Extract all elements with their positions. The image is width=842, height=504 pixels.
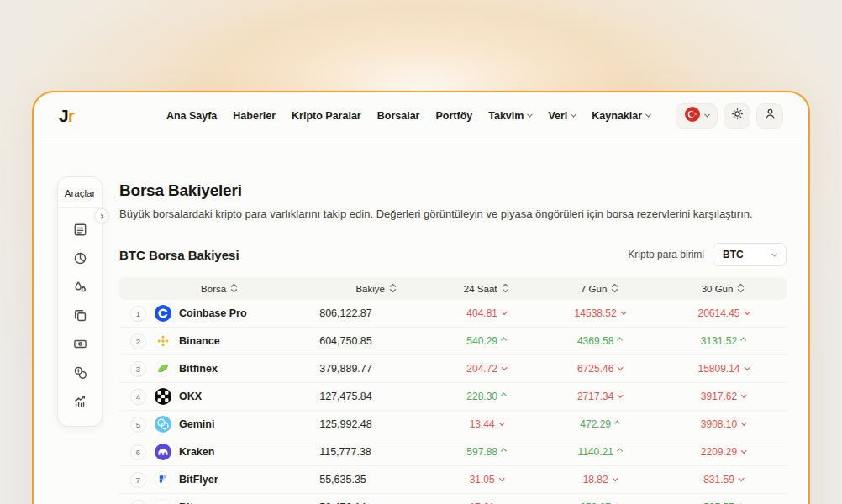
table-row[interactable]: 6 Kraken 115,777.38 597.88 1140.21 2209.… xyxy=(119,438,787,466)
nav-borsalar[interactable]: Borsalar xyxy=(377,110,420,122)
nav-portfoy[interactable]: Portföy xyxy=(435,110,472,122)
change-24h: 204.72 xyxy=(433,363,539,375)
trend-arrow-icon xyxy=(498,475,504,480)
header-controls xyxy=(676,103,783,129)
change-7d: 472.29 xyxy=(539,418,660,430)
exchange-name: Bitfinex xyxy=(179,363,218,375)
trend-arrow-icon xyxy=(744,364,750,370)
change-30d: 831.59 xyxy=(660,474,787,486)
nav-takvim[interactable]: Takvim xyxy=(488,110,532,122)
trend-arrow-icon xyxy=(617,337,623,343)
trend-arrow-icon xyxy=(741,447,747,453)
column-header-borsa[interactable]: Borsa xyxy=(119,283,319,295)
nav-kripto-paralar[interactable]: Kripto Paralar xyxy=(292,110,361,122)
chevron-down-icon xyxy=(645,112,651,118)
page-title: Borsa Bakiyeleri xyxy=(119,181,787,200)
nav-kaynaklar[interactable]: Kaynaklar xyxy=(592,110,650,122)
trend-arrow-icon xyxy=(618,391,624,397)
change-7d: 6725.46 xyxy=(539,363,660,375)
bitflyer-icon xyxy=(155,471,171,488)
trend-arrow-icon xyxy=(501,337,507,343)
theme-toggle-button[interactable] xyxy=(724,103,750,129)
trend-arrow-icon xyxy=(739,475,745,480)
brand-logo[interactable]: Jr xyxy=(59,106,74,126)
exchange-name: Coinbase Pro xyxy=(179,307,247,319)
page-subtitle: Büyük borsalardaki kripto para varlıklar… xyxy=(119,207,787,220)
change-30d: 3908.10 xyxy=(660,418,787,430)
article-icon[interactable] xyxy=(73,223,87,237)
trend-arrow-icon xyxy=(741,419,747,425)
language-selector[interactable] xyxy=(676,103,718,129)
exchange-name: OKX xyxy=(179,391,202,402)
section-header: BTC Borsa Bakiyesi Kripto para birimi BT… xyxy=(119,243,787,266)
change-7d: 18.82 xyxy=(539,474,660,486)
trend-arrow-icon xyxy=(612,475,618,480)
exchange-name: Kraken xyxy=(179,446,214,458)
copy-icon[interactable] xyxy=(73,308,87,323)
account-button[interactable] xyxy=(756,103,783,129)
chevron-down-icon xyxy=(571,112,576,118)
pie-chart-icon[interactable] xyxy=(73,251,87,265)
row-rank: 6 xyxy=(130,444,146,460)
exchange-name: BitFlyer xyxy=(179,474,218,486)
sort-icon xyxy=(611,283,618,295)
trend-arrow-icon xyxy=(502,308,508,314)
nav-ana-sayfa[interactable]: Ana Sayfa xyxy=(166,110,217,122)
currency-select-value: BTC xyxy=(723,249,744,260)
row-rank: 1 xyxy=(130,306,146,322)
sidebar-expand-button[interactable] xyxy=(94,208,109,223)
exchange-name: Gemini xyxy=(179,418,214,430)
nav-haberler[interactable]: Haberler xyxy=(233,110,276,122)
table-row[interactable]: 1 Coinbase Pro 806,122.87 404.81 14538.5… xyxy=(119,300,787,328)
change-24h: 13.44 xyxy=(433,418,539,430)
sort-icon xyxy=(389,283,397,295)
person-icon xyxy=(763,107,777,124)
table-header-row: Borsa Bakiye 24 Saat 7 Gün 30 Gün xyxy=(119,277,787,300)
trend-arrow-icon xyxy=(617,448,623,454)
sort-icon xyxy=(737,283,745,295)
column-header-7gun[interactable]: 7 Gün xyxy=(539,283,660,295)
change-30d: 20614.45 xyxy=(660,307,787,319)
change-7d: 4369.58 xyxy=(539,335,660,347)
table-row[interactable]: 5 Gemini 125,992.48 13.44 472.29 3908.10 xyxy=(119,411,787,438)
table-row[interactable]: 4 OKX 127,475.84 228.30 2717.34 3917.62 xyxy=(119,383,787,411)
column-header-bakiye[interactable]: Bakiye xyxy=(319,283,433,295)
droplets-icon[interactable] xyxy=(73,280,87,294)
trend-arrow-icon xyxy=(614,420,620,426)
main-content: Borsa Bakiyeleri Büyük borsalardaki krip… xyxy=(34,139,808,504)
balance-value: 127,475.84 xyxy=(319,391,433,402)
column-header-30gun[interactable]: 30 Gün xyxy=(660,283,787,295)
exchange-name: Binance xyxy=(179,335,220,347)
nav-veri[interactable]: Veri xyxy=(548,110,576,122)
row-rank: 7 xyxy=(130,472,146,488)
change-7d: 1140.21 xyxy=(539,446,660,458)
trend-arrow-icon xyxy=(501,392,507,398)
change-30d: 3131.52 xyxy=(660,335,787,347)
main-nav: Ana Sayfa Haberler Kripto Paralar Borsal… xyxy=(166,110,650,122)
row-rank: 4 xyxy=(130,389,146,405)
bitfinex-icon xyxy=(155,360,171,377)
table-row[interactable]: 2 Binance 604,750.85 540.29 4369.58 3131… xyxy=(119,328,787,355)
chart-growth-icon[interactable] xyxy=(73,394,87,408)
column-header-24saat[interactable]: 24 Saat xyxy=(433,283,539,295)
coins-icon[interactable] xyxy=(73,365,87,380)
change-24h: 228.30 xyxy=(433,391,539,402)
okx-icon xyxy=(155,388,171,405)
change-7d: 14538.52 xyxy=(539,307,660,319)
currency-select[interactable]: BTC xyxy=(713,243,787,266)
sort-icon xyxy=(230,283,238,295)
kraken-icon xyxy=(155,444,171,460)
trend-arrow-icon xyxy=(740,337,746,343)
gemini-icon xyxy=(155,416,171,433)
sidebar-tools xyxy=(58,208,102,423)
table-row[interactable]: 7 BitFlyer 55,635.35 31.05 18.82 831.59 xyxy=(119,466,787,494)
chevron-down-icon xyxy=(703,112,709,118)
change-24h: 597.88 xyxy=(433,446,539,458)
coinbase-pro-icon xyxy=(155,305,171,322)
tools-sidebar: Araçlar xyxy=(57,176,103,427)
table-row[interactable]: 8 Bitmex 52,476.14 17.61 252.87 507.57 xyxy=(119,494,787,504)
banknote-icon[interactable] xyxy=(73,337,87,351)
row-rank: 3 xyxy=(130,361,146,377)
table-row[interactable]: 3 Bitfinex 379,889.77 204.72 6725.46 158… xyxy=(119,355,787,383)
balances-table: Borsa Bakiye 24 Saat 7 Gün 30 Gün 1 Coin… xyxy=(119,277,787,504)
